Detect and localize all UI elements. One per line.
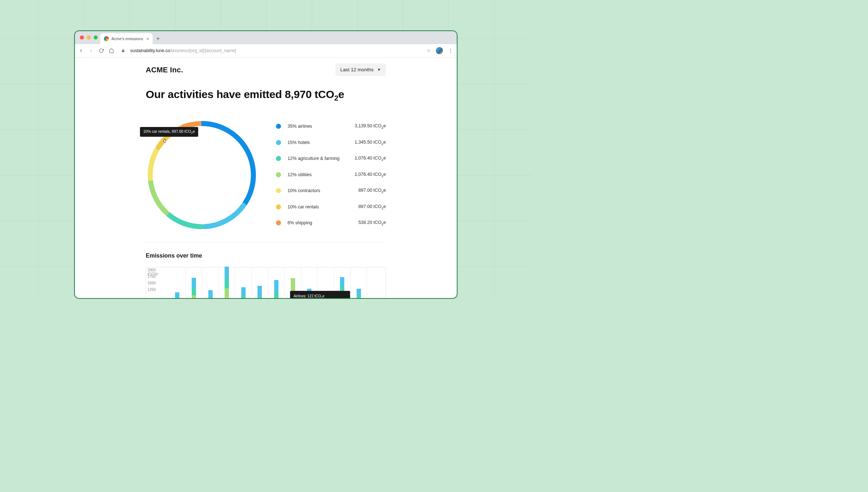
maximize-window-icon[interactable]	[94, 35, 98, 39]
bar-segment	[274, 292, 278, 298]
legend-value: 897.00 tCO2e	[358, 204, 386, 210]
home-icon[interactable]	[109, 48, 114, 53]
headline: Our activities have emitted 8,970 tCO2e	[146, 88, 386, 102]
bar-column[interactable]	[251, 267, 268, 298]
bar-segment	[340, 277, 344, 286]
donut-segment[interactable]	[150, 181, 166, 213]
date-range-selector[interactable]: Last 12 months ▼	[335, 63, 386, 76]
legend-dot-icon	[276, 156, 281, 161]
donut-chart[interactable]: 10% car rentals, 897.00 tCO2e	[146, 119, 258, 231]
browser-window: Acme's emissions × + sustainability.lune…	[74, 30, 458, 299]
bar-segment	[175, 292, 179, 298]
legend-label: 10% contractors	[288, 188, 358, 193]
section-title-timeseries: Emissions over time	[146, 253, 386, 259]
favicon-icon	[104, 36, 109, 41]
legend-row: 6% shipping538.20 tCO2e	[276, 220, 386, 226]
browser-tabbar: Acme's emissions × +	[75, 31, 457, 44]
legend-label: 6% shipping	[288, 220, 358, 225]
legend-value: 1,076.40 tCO2e	[354, 156, 386, 162]
legend-dot-icon	[276, 140, 281, 145]
y-tick-label: 1250	[148, 288, 156, 292]
bar-column[interactable]	[268, 267, 285, 298]
browser-addressbar: sustainability.lune.co/business/[org_id]…	[75, 44, 457, 58]
donut-segment[interactable]	[150, 150, 157, 178]
bar-segment	[225, 279, 229, 288]
donut-segment[interactable]	[183, 124, 199, 127]
legend-dot-icon	[276, 220, 281, 225]
headline-prefix: Our activities have emitted	[146, 88, 285, 100]
bar-segment	[274, 280, 278, 292]
bar-column[interactable]	[202, 267, 218, 298]
bar-segment	[192, 295, 196, 298]
legend-value: 538.20 tCO2e	[358, 220, 386, 226]
cursor-icon	[163, 138, 168, 144]
bar-column[interactable]	[218, 267, 235, 298]
bar-column[interactable]	[367, 267, 383, 298]
bar-column[interactable]	[350, 267, 367, 298]
date-range-label: Last 12 months	[340, 67, 374, 72]
url-path: /business/[org_id]/[account_name]	[170, 48, 236, 53]
menu-icon[interactable]: ⋮	[448, 48, 453, 54]
bar-column[interactable]	[186, 267, 202, 298]
legend-row: 12% agriculture & farming1,076.40 tCO2e	[276, 156, 386, 162]
y-tick-label: 1500	[148, 281, 156, 285]
donut-tooltip: 10% car rentals, 897.00 tCO2e	[140, 127, 198, 137]
bar-column[interactable]	[235, 267, 251, 298]
legend-value: 1,076.40 tCO2e	[354, 172, 386, 178]
bar-tooltip: Airlines: 122 tCO2eHotels: 522 tCO2eAgri…	[290, 291, 350, 298]
page-content: ACME Inc. Last 12 months ▼ Our activitie…	[75, 58, 457, 298]
close-window-icon[interactable]	[80, 35, 84, 39]
forward-icon[interactable]	[89, 48, 94, 53]
legend-label: 10% car rentals	[288, 204, 358, 209]
minimize-window-icon[interactable]	[87, 35, 91, 39]
back-icon[interactable]	[78, 48, 84, 53]
tab-title: Acme's emissions	[111, 37, 143, 41]
legend-dot-icon	[276, 204, 281, 209]
window-controls	[80, 35, 98, 39]
url-host: sustainability.lune.co	[130, 48, 170, 53]
new-tab-button[interactable]: +	[156, 35, 159, 42]
url-display[interactable]: sustainability.lune.co/business/[org_id]…	[130, 48, 236, 53]
bar-segment	[357, 289, 361, 296]
legend-row: 10% car rentals897.00 tCO2e	[276, 204, 386, 210]
bar-column[interactable]	[169, 267, 186, 298]
browser-tab[interactable]: Acme's emissions ×	[100, 33, 153, 44]
close-tab-icon[interactable]: ×	[146, 36, 149, 42]
y-tick-label: 1750	[148, 275, 156, 279]
legend-value: 897.00 tCO2e	[358, 188, 386, 194]
legend-dot-icon	[276, 172, 281, 177]
bar-chart[interactable]: 2000 tCO2e175015001250 Airlines: 122 tCO…	[146, 267, 386, 298]
bar-segment	[225, 298, 229, 298]
legend-row: 12% utilities1,076.40 tCO2e	[276, 172, 386, 178]
bookmark-icon[interactable]: ☆	[427, 48, 431, 53]
legend-row: 10% contractors897.00 tCO2e	[276, 188, 386, 194]
reload-icon[interactable]	[99, 48, 104, 53]
donut-segment[interactable]	[204, 205, 243, 227]
bar-segment	[192, 288, 196, 295]
bar-segment	[258, 297, 262, 298]
donut-legend: 35% airlines3,139.50 tCO2e15% hotels1,34…	[276, 119, 386, 226]
company-name: ACME Inc.	[146, 65, 183, 74]
legend-label: 15% hotels	[288, 140, 354, 145]
legend-dot-icon	[276, 188, 281, 193]
divider	[146, 242, 386, 242]
donut-segment[interactable]	[202, 123, 254, 203]
bar-segment	[225, 267, 229, 279]
donut-segment[interactable]	[169, 215, 202, 227]
headline-suffix: e	[338, 88, 344, 100]
bar-segment	[241, 295, 246, 298]
bar-segment	[258, 286, 262, 297]
profile-avatar[interactable]	[436, 47, 443, 54]
bar-segment	[192, 278, 196, 288]
legend-row: 15% hotels1,345.50 tCO2e	[276, 140, 386, 146]
legend-label: 35% airlines	[288, 124, 354, 129]
bar-segment	[291, 278, 295, 291]
bar-segment	[208, 290, 213, 298]
svg-rect-0	[122, 50, 124, 52]
legend-label: 12% agriculture & farming	[288, 156, 354, 161]
legend-value: 1,345.50 tCO2e	[354, 140, 386, 146]
legend-value: 3,139.50 tCO2e	[354, 123, 386, 130]
bar-segment	[357, 297, 361, 298]
legend-row: 35% airlines3,139.50 tCO2e	[276, 123, 386, 130]
legend-label: 12% utilities	[288, 172, 354, 177]
